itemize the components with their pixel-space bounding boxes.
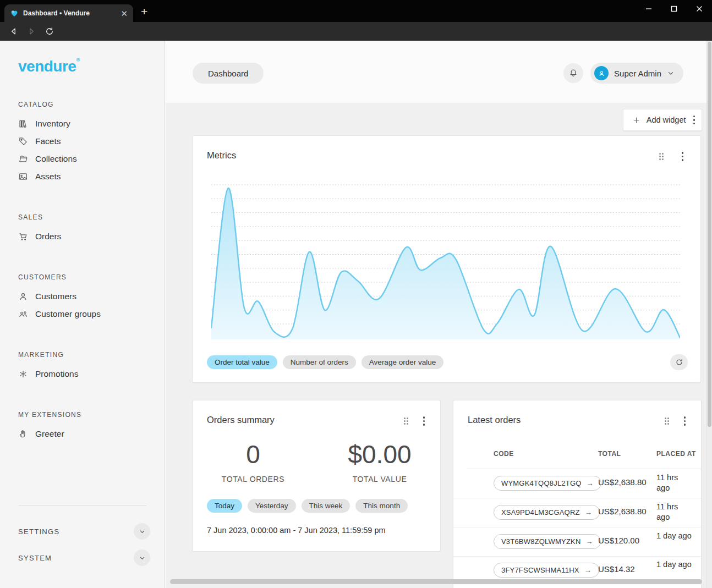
orders-summary-widget: Orders summary 0 TOTAL ORDERS $0.00 TOTA… <box>192 400 441 552</box>
latest-orders-widget: Latest orders CODE TOTAL PLACED AT WYMGK… <box>453 400 702 588</box>
section-title: CATALOG <box>18 101 165 108</box>
tab-number-of-orders[interactable]: Number of orders <box>283 355 356 369</box>
minimize-icon <box>645 6 652 12</box>
table-row: V3T6BW8ZQLWMYZKN→ US$120.00 1 day ago <box>453 527 701 557</box>
range-this-month[interactable]: This month <box>355 499 408 513</box>
tab-title: Dashboard • Vendure <box>23 9 116 17</box>
notifications-button[interactable] <box>563 63 583 83</box>
range-today[interactable]: Today <box>207 499 242 513</box>
sidebar-item-greeter[interactable]: Greeter <box>0 425 165 443</box>
sidebar-item-settings[interactable]: SETTINGS <box>18 521 150 541</box>
kebab-menu-icon[interactable] <box>693 116 695 125</box>
sidebar-item-label: Promotions <box>35 369 78 379</box>
back-icon <box>9 26 19 36</box>
sidebar-section-my-extensions: MY EXTENSIONS Greeter <box>0 411 165 443</box>
sidebar-item-customers[interactable]: Customers <box>0 288 165 305</box>
folder-icon <box>18 154 28 164</box>
browser-tab[interactable]: Dashboard • Vendure ✕ <box>4 4 133 22</box>
order-total: US$2,638.80 <box>598 477 647 487</box>
order-code-button[interactable]: WYMGK4TQQ8JL2TGQ→ <box>494 476 601 491</box>
vendure-logo: vendure® <box>18 57 165 75</box>
order-code-button[interactable]: V3T6BW8ZQLWMYZKN→ <box>494 534 601 549</box>
horizontal-scrollbar[interactable] <box>166 579 706 585</box>
widget-menu-button[interactable] <box>684 416 686 426</box>
sidebar-item-collections[interactable]: Collections <box>0 150 165 168</box>
range-this-week[interactable]: This week <box>302 499 350 513</box>
tab-close-button[interactable]: ✕ <box>121 9 128 18</box>
sidebar-item-system[interactable]: SYSTEM <box>18 548 150 568</box>
vertical-scrollbar-thumb[interactable] <box>708 42 711 427</box>
cart-icon <box>18 232 28 241</box>
widget-title: Orders summary <box>207 415 275 425</box>
drag-handle-icon[interactable] <box>665 417 669 425</box>
sidebar-item-label: Collections <box>35 154 77 164</box>
user-menu[interactable]: Super Admin <box>590 63 683 84</box>
total-orders-value: 0 <box>206 440 300 469</box>
page-header: Dashboard Super Admin <box>166 41 712 103</box>
sidebar-item-label: Greeter <box>35 429 64 439</box>
books-icon <box>18 119 28 129</box>
window-close-button[interactable] <box>687 0 712 17</box>
sidebar-item-label: Inventory <box>35 119 70 129</box>
horizontal-scrollbar-thumb[interactable] <box>170 579 702 584</box>
chevron-down-icon[interactable] <box>134 549 150 566</box>
sidebar-item-inventory[interactable]: Inventory <box>0 115 165 133</box>
drag-handle-icon[interactable] <box>404 417 408 425</box>
sidebar-item-label: Customer groups <box>35 309 101 319</box>
widget-title: Latest orders <box>468 415 521 425</box>
order-placed-at: 11 hrsago <box>656 502 700 523</box>
section-title: SALES <box>18 213 165 221</box>
breadcrumb[interactable]: Dashboard <box>193 63 264 84</box>
header-actions: Super Admin <box>563 63 683 84</box>
column-header-total: TOTAL <box>598 450 621 458</box>
sidebar-item-orders[interactable]: Orders <box>0 228 165 245</box>
widget-menu-button[interactable] <box>423 416 425 426</box>
widget-menu-button[interactable] <box>682 152 684 161</box>
total-orders-stat: 0 TOTAL ORDERS <box>206 440 300 483</box>
arrow-right-icon: → <box>585 508 592 516</box>
chevron-down-icon[interactable] <box>134 523 150 540</box>
chevron-down-icon <box>667 69 675 77</box>
plus-icon <box>632 116 640 124</box>
sidebar-item-customer-groups[interactable]: Customer groups <box>0 305 165 323</box>
section-title: CUSTOMERS <box>18 273 165 281</box>
order-code-button[interactable]: 3FY7FSCWSHMA11HX→ <box>494 563 599 578</box>
metrics-chart <box>211 182 680 342</box>
vertical-scrollbar[interactable] <box>706 41 712 588</box>
table-row: XSA9PD4LM3CGAQRZ→ US$2,638.80 11 hrsago <box>453 498 701 527</box>
metrics-widget: Metrics <box>192 135 701 383</box>
sidebar-section-marketing: MARKETING Promotions <box>0 351 165 383</box>
sidebar-divider <box>18 505 146 506</box>
tab-order-total-value[interactable]: Order total value <box>207 355 277 369</box>
sidebar-item-label: Orders <box>35 232 61 241</box>
back-button[interactable] <box>7 25 20 38</box>
person-icon <box>598 69 606 78</box>
window-minimize-button[interactable] <box>636 0 661 17</box>
window-maximize-button[interactable] <box>661 0 687 17</box>
users-icon <box>18 309 28 319</box>
reload-button[interactable] <box>43 25 56 38</box>
order-code-button[interactable]: XSA9PD4LM3CGAQRZ→ <box>494 505 600 520</box>
column-header-placed-at: PLACED AT <box>656 450 696 458</box>
drag-handle-icon[interactable] <box>659 153 664 160</box>
metric-tabs: Order total value Number of orders Avera… <box>207 355 443 369</box>
sidebar-item-facets[interactable]: Facets <box>0 133 165 150</box>
range-tabs: Today Yesterday This week This month <box>207 499 408 513</box>
arrow-right-icon: → <box>587 479 594 487</box>
sidebar-item-assets[interactable]: Assets <box>0 168 165 185</box>
add-widget-button[interactable]: Add widget <box>623 109 702 131</box>
sidebar-section-sales: SALES Orders <box>0 213 165 245</box>
forward-icon <box>26 26 36 36</box>
range-yesterday[interactable]: Yesterday <box>248 499 296 513</box>
date-range-text: 7 Jun 2023, 0:00:00 am - 7 Jun 2023, 11:… <box>207 526 386 535</box>
sidebar-item-promotions[interactable]: Promotions <box>0 365 165 383</box>
sidebar-section-customers: CUSTOMERS Customers Customer groups <box>0 273 165 323</box>
refresh-icon <box>675 358 683 366</box>
tag-icon <box>18 136 28 146</box>
forward-button[interactable] <box>25 25 38 38</box>
tab-average-order-value[interactable]: Average order value <box>362 355 443 369</box>
refresh-button[interactable] <box>670 354 688 370</box>
section-title: MY EXTENSIONS <box>18 411 165 419</box>
reload-icon <box>45 26 54 36</box>
new-tab-button[interactable]: + <box>141 5 147 18</box>
